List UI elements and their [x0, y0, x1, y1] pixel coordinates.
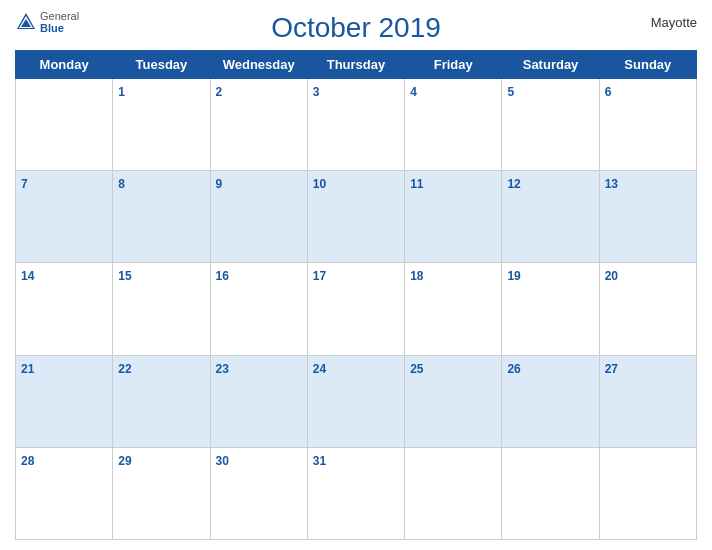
- table-cell: 24: [307, 355, 404, 447]
- table-cell: 12: [502, 171, 599, 263]
- table-cell: 27: [599, 355, 696, 447]
- day-number: 7: [21, 177, 28, 191]
- day-number: 29: [118, 454, 131, 468]
- table-cell: 31: [307, 447, 404, 539]
- table-cell: 18: [405, 263, 502, 355]
- day-number: 14: [21, 269, 34, 283]
- table-cell: 19: [502, 263, 599, 355]
- day-number: 8: [118, 177, 125, 191]
- day-number: 18: [410, 269, 423, 283]
- calendar-week-row: 21222324252627: [16, 355, 697, 447]
- table-cell: 29: [113, 447, 210, 539]
- col-friday: Friday: [405, 51, 502, 79]
- table-cell: 6: [599, 79, 696, 171]
- calendar-week-row: 28293031: [16, 447, 697, 539]
- table-cell: 3: [307, 79, 404, 171]
- table-cell: 10: [307, 171, 404, 263]
- day-number: 9: [216, 177, 223, 191]
- day-number: 20: [605, 269, 618, 283]
- day-number: 19: [507, 269, 520, 283]
- day-number: 23: [216, 362, 229, 376]
- day-number: 2: [216, 85, 223, 99]
- day-number: 11: [410, 177, 423, 191]
- day-number: 10: [313, 177, 326, 191]
- table-cell: 20: [599, 263, 696, 355]
- col-thursday: Thursday: [307, 51, 404, 79]
- table-cell: 17: [307, 263, 404, 355]
- table-cell: 5: [502, 79, 599, 171]
- table-cell: 25: [405, 355, 502, 447]
- table-cell: 7: [16, 171, 113, 263]
- table-cell: [405, 447, 502, 539]
- day-number: 21: [21, 362, 34, 376]
- region-label: Mayotte: [651, 15, 697, 30]
- day-number: 27: [605, 362, 618, 376]
- logo-blue-text: Blue: [40, 22, 79, 34]
- table-cell: 21: [16, 355, 113, 447]
- table-cell: 8: [113, 171, 210, 263]
- header-area: General Blue October 2019 Mayotte: [15, 10, 697, 44]
- table-cell: 13: [599, 171, 696, 263]
- table-cell: [16, 79, 113, 171]
- day-number: 1: [118, 85, 125, 99]
- table-cell: 11: [405, 171, 502, 263]
- table-cell: 23: [210, 355, 307, 447]
- calendar-body: 1234567891011121314151617181920212223242…: [16, 79, 697, 540]
- calendar-wrapper: General Blue October 2019 Mayotte Monday…: [0, 0, 712, 550]
- table-cell: 28: [16, 447, 113, 539]
- day-number: 26: [507, 362, 520, 376]
- day-number: 25: [410, 362, 423, 376]
- col-monday: Monday: [16, 51, 113, 79]
- table-cell: 30: [210, 447, 307, 539]
- table-cell: 16: [210, 263, 307, 355]
- day-number: 5: [507, 85, 514, 99]
- logo-general-text: General: [40, 10, 79, 22]
- month-title: October 2019: [15, 10, 697, 44]
- table-cell: [599, 447, 696, 539]
- calendar-week-row: 123456: [16, 79, 697, 171]
- day-number: 15: [118, 269, 131, 283]
- table-cell: 2: [210, 79, 307, 171]
- day-number: 30: [216, 454, 229, 468]
- day-number: 4: [410, 85, 417, 99]
- day-number: 13: [605, 177, 618, 191]
- day-number: 22: [118, 362, 131, 376]
- day-number: 12: [507, 177, 520, 191]
- table-cell: 26: [502, 355, 599, 447]
- table-cell: 15: [113, 263, 210, 355]
- table-cell: 14: [16, 263, 113, 355]
- day-number: 31: [313, 454, 326, 468]
- day-number: 24: [313, 362, 326, 376]
- logo-area: General Blue: [15, 10, 79, 34]
- table-cell: [502, 447, 599, 539]
- day-number: 6: [605, 85, 612, 99]
- day-number: 3: [313, 85, 320, 99]
- day-number: 16: [216, 269, 229, 283]
- calendar-table: Monday Tuesday Wednesday Thursday Friday…: [15, 50, 697, 540]
- calendar-week-row: 14151617181920: [16, 263, 697, 355]
- table-cell: 9: [210, 171, 307, 263]
- table-cell: 1: [113, 79, 210, 171]
- calendar-week-row: 78910111213: [16, 171, 697, 263]
- table-cell: 22: [113, 355, 210, 447]
- day-number: 28: [21, 454, 34, 468]
- weekday-header-row: Monday Tuesday Wednesday Thursday Friday…: [16, 51, 697, 79]
- col-wednesday: Wednesday: [210, 51, 307, 79]
- day-number: 17: [313, 269, 326, 283]
- col-sunday: Sunday: [599, 51, 696, 79]
- col-saturday: Saturday: [502, 51, 599, 79]
- col-tuesday: Tuesday: [113, 51, 210, 79]
- table-cell: 4: [405, 79, 502, 171]
